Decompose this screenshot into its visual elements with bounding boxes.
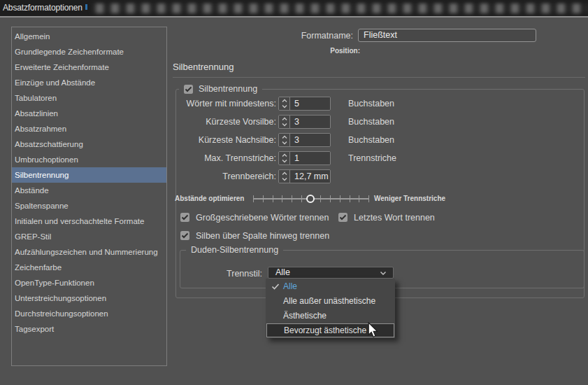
- spinner-arrows-icon[interactable]: [279, 115, 290, 128]
- hyphenation-style-label: Trennstil:: [175, 269, 262, 279]
- words-min-stepper[interactable]: 5: [278, 97, 331, 111]
- sidebar-item-allgemein[interactable]: Allgemein: [12, 29, 166, 44]
- format-name-input[interactable]: Fließtext: [358, 29, 536, 42]
- hyphenation-style-value: Alle: [275, 267, 290, 277]
- dropdown-option-alle-ausser[interactable]: Alle außer unästhetische: [266, 294, 395, 309]
- sidebar-item-abstaende[interactable]: Abstände: [12, 183, 166, 198]
- duden-group-label: Duden-Silbentrennung: [191, 244, 278, 256]
- paragraph-style-options-dialog: Absatzformatoptionen Allgemein Grundlege…: [0, 0, 588, 385]
- sidebar-item-opentype-funktionen[interactable]: OpenType-Funktionen: [12, 275, 166, 290]
- dialog-title-bar[interactable]: Absatzformatoptionen: [0, 0, 588, 16]
- dropdown-option-alle[interactable]: Alle: [266, 279, 395, 294]
- max-hyphens-suffix: Trennstriche: [348, 153, 396, 163]
- sidebar-item-spaltenspanne[interactable]: Spaltenspanne: [12, 198, 166, 214]
- last-word-checkbox[interactable]: [338, 213, 347, 222]
- position-label: Position:: [266, 47, 360, 55]
- max-hyphens-value[interactable]: 1: [290, 152, 330, 164]
- hyphenation-group-label: Silbentrennung: [199, 83, 257, 95]
- hyphenation-zone-label: Trennbereich:: [175, 172, 276, 181]
- spinner-arrows-icon[interactable]: [279, 152, 290, 164]
- titlebar-texture: [92, 4, 588, 13]
- hyphenation-slider[interactable]: [253, 195, 370, 202]
- sidebar-item-erweiterte-zeichenformate[interactable]: Erweiterte Zeichenformate: [12, 59, 166, 75]
- slider-left-label: Abstände optimieren: [175, 195, 244, 203]
- sidebar-item-initialen[interactable]: Initialen und verschachtelte Formate: [12, 214, 166, 229]
- shortest-prefix-value[interactable]: 3: [290, 115, 330, 128]
- words-min-label: Wörter mit mindestens:: [175, 99, 276, 108]
- capitalized-words-label: Großgeschriebene Wörter trennen: [196, 213, 329, 223]
- shortest-prefix-label: Kürzeste Vorsilbe:: [175, 117, 276, 127]
- shortest-suffix-suffix: Buchstaben: [348, 135, 394, 145]
- sidebar-item-tagsexport[interactable]: Tagsexport: [12, 321, 166, 337]
- hyphenation-zone-stepper[interactable]: 12,7 mm: [278, 169, 331, 183]
- titlebar-divider: [0, 16, 588, 18]
- category-list: Allgemein Grundlegende Zeichenformate Er…: [11, 27, 167, 366]
- sidebar-item-zeichenfarbe[interactable]: Zeichenfarbe: [12, 260, 166, 275]
- words-min-value[interactable]: 5: [290, 97, 330, 110]
- section-title: Silbentrennung: [173, 62, 234, 72]
- last-word-label: Letztes Wort trennen: [354, 213, 435, 223]
- sidebar-item-absatzlinien[interactable]: Absatzlinien: [12, 106, 166, 121]
- chevron-down-icon: [380, 271, 387, 276]
- sidebar-item-grundlegende-zeichenformate[interactable]: Grundlegende Zeichenformate: [12, 44, 166, 59]
- shortest-prefix-stepper[interactable]: 3: [278, 115, 331, 129]
- shortest-suffix-stepper[interactable]: 3: [278, 133, 331, 147]
- sidebar-item-tabulatoren[interactable]: Tabulatoren: [12, 90, 166, 106]
- check-icon: [271, 284, 280, 290]
- max-hyphens-label: Max. Trennstriche:: [175, 153, 276, 163]
- sidebar-item-grep-stil[interactable]: GREP-Stil: [12, 229, 166, 244]
- section-divider: [173, 77, 585, 78]
- format-name-label: Formatname:: [231, 31, 353, 41]
- sidebar-item-einzuege-und-abstaende[interactable]: Einzüge und Abstände: [12, 75, 166, 90]
- sidebar-item-absatzschattierung[interactable]: Absatzschattierung: [12, 136, 166, 152]
- spinner-arrows-icon[interactable]: [279, 170, 290, 183]
- duden-group-legend: Duden-Silbentrennung: [186, 244, 283, 256]
- dialog-title: Absatzformatoptionen: [3, 3, 83, 13]
- titlebar-blue-mark: [85, 4, 87, 10]
- words-min-suffix: Buchstaben: [348, 99, 394, 108]
- sidebar-item-umbruchoptionen[interactable]: Umbruchoptionen: [12, 152, 166, 167]
- sidebar-item-silbentrennung[interactable]: Silbentrennung: [12, 167, 166, 183]
- hyphenation-style-select[interactable]: Alle: [268, 267, 394, 279]
- slider-right-label: Weniger Trennstriche: [374, 195, 445, 203]
- shortest-prefix-suffix: Buchstaben: [348, 117, 394, 127]
- sidebar-item-absatzrahmen[interactable]: Absatzrahmen: [12, 121, 166, 136]
- shortest-suffix-label: Kürzeste Nachsilbe:: [175, 135, 276, 145]
- spinner-arrows-icon[interactable]: [279, 134, 290, 146]
- slider-thumb[interactable]: [306, 195, 315, 203]
- hyphenation-zone-value[interactable]: 12,7 mm: [290, 170, 330, 183]
- hyphenation-group-legend: Silbentrennung: [179, 83, 262, 95]
- spinner-arrows-icon[interactable]: [279, 97, 290, 110]
- sidebar-item-aufzaehlungszeichen[interactable]: Aufzählungszeichen und Nummerierung: [12, 244, 166, 260]
- hyphenation-checkbox[interactable]: [184, 85, 193, 94]
- capitalized-words-checkbox[interactable]: [180, 213, 189, 222]
- across-column-label: Silben über Spalte hinweg trennen: [196, 231, 329, 241]
- shortest-suffix-value[interactable]: 3: [290, 134, 330, 146]
- max-hyphens-stepper[interactable]: 1: [278, 151, 331, 165]
- dropdown-option-aesthetische[interactable]: Ästhetische: [266, 309, 395, 323]
- mouse-cursor: [368, 322, 380, 340]
- across-column-checkbox[interactable]: [180, 231, 189, 240]
- sidebar-item-durchstreichungsoptionen[interactable]: Durchstreichungsoptionen: [12, 306, 166, 321]
- sidebar-item-unterstreichungsoptionen[interactable]: Unterstreichungsoptionen: [12, 290, 166, 306]
